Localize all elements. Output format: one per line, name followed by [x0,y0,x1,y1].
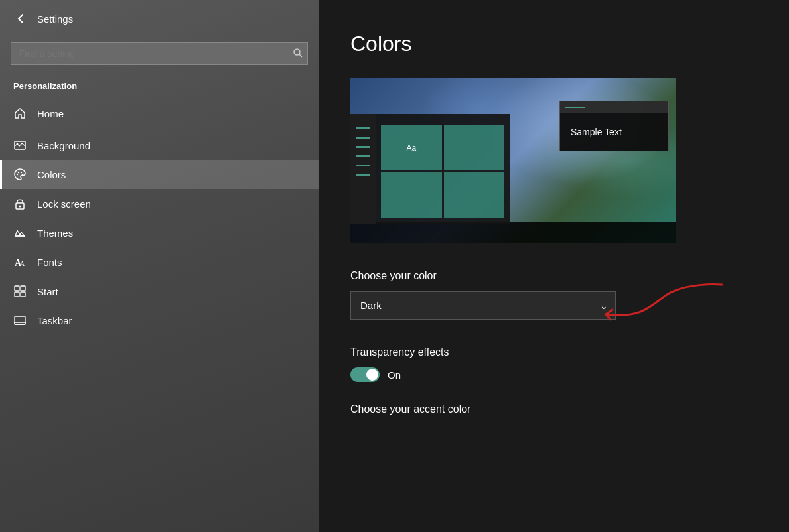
preview-sidebar-line [356,165,370,166]
sidebar-item-label-fonts: Fonts [37,257,62,268]
sidebar-title: Settings [37,13,73,25]
search-wrapper [11,42,308,65]
sidebar-item-themes[interactable]: Themes [0,218,319,247]
accent-color-heading: Choose your accent color [350,403,757,415]
sidebar-item-label-home: Home [37,108,64,119]
start-icon [13,285,27,298]
sidebar-item-label-lock-screen: Lock screen [37,198,91,210]
preview-sidebar-line [356,146,370,148]
transparency-state-label: On [388,369,401,381]
svg-point-6 [21,172,22,173]
page-title: Colors [350,32,757,56]
preview-sidebar-line [356,127,370,129]
preview-sidebar-line [356,137,370,139]
search-input[interactable] [11,42,308,65]
color-select-wrapper: Dark Light Custom ⌄ [350,291,616,320]
preview-popup-titlebar [560,101,668,113]
svg-text:A: A [20,260,25,267]
sidebar-item-label-taskbar: Taskbar [37,315,72,326]
section-label: Personalization [0,76,319,99]
svg-point-3 [17,143,19,145]
svg-rect-12 [15,286,19,291]
preview-tile-aa: Aa [381,125,442,170]
preview-tile-bottom-right [444,172,505,218]
svg-point-4 [17,174,18,175]
colors-icon [13,168,27,181]
red-arrow-annotation [596,278,729,331]
preview-taskbar [350,222,676,243]
search-icon[interactable] [293,48,303,60]
choose-color-label: Choose your color [350,270,757,282]
sidebar-item-label-background: Background [37,140,90,151]
preview-tiles: Aa [376,114,510,224]
fonts-icon: A A [13,255,27,269]
svg-rect-13 [21,286,25,291]
themes-icon [13,226,27,239]
sidebar: Settings Personalization Home [0,0,319,532]
sidebar-item-home[interactable]: Home [0,99,319,131]
sidebar-item-label-start: Start [37,286,58,297]
svg-point-9 [19,206,21,208]
color-select[interactable]: Dark Light Custom [350,291,616,320]
sidebar-item-label-colors: Colors [37,169,66,180]
svg-point-5 [18,172,19,173]
preview-titlebar-accent [565,107,585,108]
svg-point-7 [22,174,23,175]
lock-screen-icon [13,197,27,210]
main-content: Colors Aa [319,0,789,532]
transparency-toggle-row: On [350,367,757,382]
background-icon [13,139,27,152]
sidebar-item-label-themes: Themes [37,228,73,239]
sidebar-item-start[interactable]: Start [0,277,319,306]
sidebar-item-fonts[interactable]: A A Fonts [0,247,319,277]
preview-area: Aa Sample Text [350,78,676,243]
taskbar-icon [13,314,27,327]
svg-rect-16 [15,316,25,324]
preview-sidebar-line [356,155,370,157]
transparency-label: Transparency effects [350,346,757,358]
sidebar-header: Settings [0,0,319,37]
sidebar-item-background[interactable]: Background [0,131,319,160]
preview-window: Aa [350,114,510,224]
svg-rect-17 [15,322,25,324]
preview-sample-text: Sample Text [560,113,668,151]
svg-rect-15 [21,292,25,297]
transparency-toggle[interactable] [350,367,380,382]
back-button[interactable] [13,11,29,27]
svg-line-1 [299,54,302,57]
preview-sidebar-line [356,174,370,176]
sidebar-item-lock-screen[interactable]: Lock screen [0,189,319,218]
sidebar-item-colors[interactable]: Colors [0,160,319,189]
svg-point-0 [294,49,300,55]
toggle-knob [366,369,378,381]
search-container [0,37,319,76]
svg-rect-14 [15,292,19,297]
sidebar-item-taskbar[interactable]: Taskbar [0,306,319,335]
preview-window-sidebar [350,114,376,224]
preview-tile-grid [444,125,505,170]
preview-tile-bottom-left [381,172,442,218]
home-icon [13,107,27,120]
preview-popup: Sample Text [559,101,669,151]
transparency-section: Transparency effects On [350,346,757,382]
